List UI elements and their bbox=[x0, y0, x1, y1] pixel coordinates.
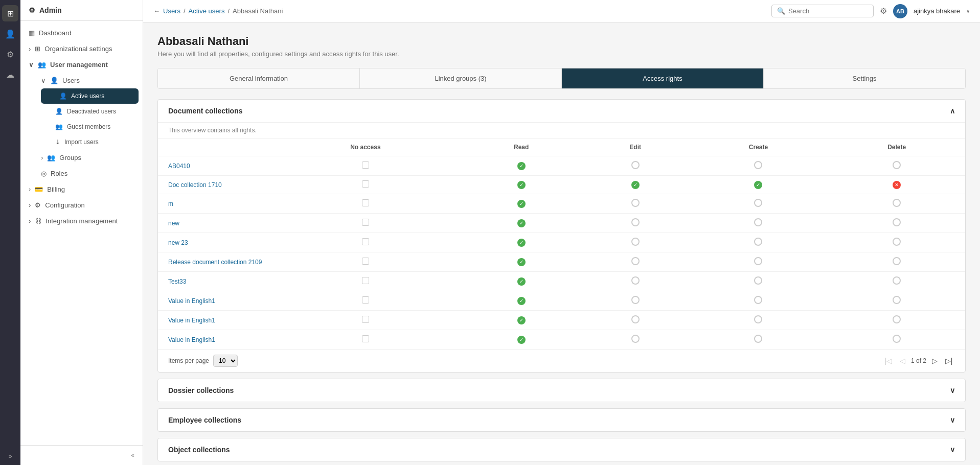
no-access-checkbox[interactable] bbox=[362, 238, 369, 245]
sidebar-item-dashboard[interactable]: ▦ Dashboard bbox=[20, 25, 143, 41]
delete-cell[interactable] bbox=[828, 233, 965, 252]
edit-unchecked-icon[interactable] bbox=[631, 315, 640, 323]
create-cell[interactable] bbox=[689, 311, 829, 330]
delete-unchecked-icon[interactable] bbox=[893, 296, 901, 304]
cloud-icon-btn[interactable]: ☁ bbox=[2, 66, 18, 83]
row-name[interactable]: new bbox=[158, 214, 270, 233]
sidebar-item-roles[interactable]: ◎ Roles bbox=[29, 166, 143, 181]
sidebar-item-groups[interactable]: › 👥 Groups bbox=[29, 150, 143, 166]
edit-cell[interactable] bbox=[582, 156, 689, 176]
no-access-cell[interactable] bbox=[270, 156, 461, 176]
object-collections-header[interactable]: Object collections ∨ bbox=[158, 438, 965, 461]
row-name[interactable]: Test33 bbox=[158, 272, 270, 291]
delete-unchecked-icon[interactable] bbox=[893, 257, 901, 265]
user-icon-btn[interactable]: 👤 bbox=[2, 26, 18, 42]
expand-sidebar-btn[interactable]: » bbox=[9, 453, 12, 460]
sidebar-item-org-settings[interactable]: › ⊞ Organizational settings bbox=[20, 41, 143, 57]
no-access-checkbox[interactable] bbox=[362, 296, 369, 304]
edit-cell[interactable] bbox=[582, 233, 689, 252]
no-access-checkbox[interactable] bbox=[362, 219, 369, 226]
create-cell[interactable] bbox=[689, 272, 829, 291]
create-cell[interactable] bbox=[689, 214, 829, 233]
read-checked-icon[interactable]: ✓ bbox=[517, 219, 526, 227]
delete-unchecked-icon[interactable] bbox=[893, 161, 901, 169]
edit-unchecked-icon[interactable] bbox=[631, 238, 640, 246]
read-checked-icon[interactable]: ✓ bbox=[517, 162, 526, 170]
delete-cell[interactable] bbox=[828, 291, 965, 311]
sidebar-item-import-users[interactable]: ⤓ Import users bbox=[37, 134, 143, 150]
edit-unchecked-icon[interactable] bbox=[631, 276, 640, 285]
read-checked-icon[interactable]: ✓ bbox=[517, 297, 526, 305]
read-cell[interactable]: ✓ bbox=[461, 194, 582, 214]
delete-cell[interactable] bbox=[828, 311, 965, 330]
items-per-page-select[interactable]: 10 25 50 bbox=[213, 355, 238, 367]
row-name[interactable]: Value in English1 bbox=[158, 311, 270, 330]
create-unchecked-icon[interactable] bbox=[754, 218, 762, 226]
topbar-settings-icon[interactable]: ⚙ bbox=[880, 6, 887, 16]
sidebar-item-deactivated-users[interactable]: 👤 Deactivated users bbox=[37, 104, 143, 119]
edit-cell[interactable] bbox=[582, 272, 689, 291]
delete-denied-icon[interactable]: ✕ bbox=[893, 181, 901, 189]
delete-cell[interactable] bbox=[828, 330, 965, 350]
create-cell[interactable] bbox=[689, 252, 829, 272]
edit-cell[interactable] bbox=[582, 214, 689, 233]
no-access-checkbox[interactable] bbox=[362, 258, 369, 265]
read-checked-icon[interactable]: ✓ bbox=[517, 316, 526, 324]
edit-unchecked-icon[interactable] bbox=[631, 335, 640, 343]
breadcrumb-active-users[interactable]: Active users bbox=[189, 7, 225, 15]
sidebar-item-user-mgmt[interactable]: ∨ 👥 User management bbox=[20, 57, 143, 73]
edit-unchecked-icon[interactable] bbox=[631, 199, 640, 207]
edit-unchecked-icon[interactable] bbox=[631, 218, 640, 226]
read-cell[interactable]: ✓ bbox=[461, 233, 582, 252]
back-icon[interactable]: ← bbox=[153, 7, 160, 15]
employee-collections-header[interactable]: Employee collections ∨ bbox=[158, 409, 965, 431]
no-access-cell[interactable] bbox=[270, 252, 461, 272]
dossier-collections-header[interactable]: Dossier collections ∨ bbox=[158, 379, 965, 402]
last-page-btn[interactable]: ▷| bbox=[943, 355, 955, 367]
next-page-btn[interactable]: ▷ bbox=[928, 355, 941, 367]
read-checked-icon[interactable]: ✓ bbox=[517, 200, 526, 208]
edit-cell[interactable]: ✓ bbox=[582, 176, 689, 194]
create-unchecked-icon[interactable] bbox=[754, 335, 762, 343]
delete-cell[interactable] bbox=[828, 156, 965, 176]
read-cell[interactable]: ✓ bbox=[461, 291, 582, 311]
sidebar-item-integration[interactable]: › ⛓ Integration management bbox=[20, 213, 143, 229]
edit-unchecked-icon[interactable] bbox=[631, 161, 640, 169]
create-cell[interactable] bbox=[689, 194, 829, 214]
search-input[interactable] bbox=[788, 7, 868, 15]
create-cell[interactable] bbox=[689, 156, 829, 176]
delete-cell[interactable] bbox=[828, 272, 965, 291]
delete-cell[interactable] bbox=[828, 214, 965, 233]
settings-icon-btn[interactable]: ⚙ bbox=[2, 46, 18, 62]
delete-cell[interactable] bbox=[828, 194, 965, 214]
edit-unchecked-icon[interactable] bbox=[631, 257, 640, 265]
sidebar-item-active-users[interactable]: 👤 Active users bbox=[41, 88, 139, 104]
breadcrumb-users[interactable]: Users bbox=[163, 7, 180, 15]
tab-access-rights[interactable]: Access rights bbox=[562, 68, 764, 88]
delete-unchecked-icon[interactable] bbox=[893, 199, 901, 207]
no-access-cell[interactable] bbox=[270, 291, 461, 311]
tab-linked-groups[interactable]: Linked groups (3) bbox=[360, 68, 562, 88]
create-unchecked-icon[interactable] bbox=[754, 199, 762, 207]
no-access-checkbox[interactable] bbox=[362, 180, 369, 188]
edit-cell[interactable] bbox=[582, 311, 689, 330]
create-cell[interactable] bbox=[689, 330, 829, 350]
read-cell[interactable]: ✓ bbox=[461, 214, 582, 233]
document-collections-header[interactable]: Document collections ∧ bbox=[158, 100, 965, 123]
read-cell[interactable]: ✓ bbox=[461, 156, 582, 176]
no-access-checkbox[interactable] bbox=[362, 316, 369, 323]
row-name[interactable]: Value in English1 bbox=[158, 330, 270, 350]
read-cell[interactable]: ✓ bbox=[461, 311, 582, 330]
edit-cell[interactable] bbox=[582, 194, 689, 214]
read-checked-icon[interactable]: ✓ bbox=[517, 181, 526, 189]
no-access-checkbox[interactable] bbox=[362, 161, 369, 169]
delete-cell[interactable] bbox=[828, 252, 965, 272]
no-access-cell[interactable] bbox=[270, 214, 461, 233]
collapse-sidebar-btn[interactable]: « bbox=[20, 445, 143, 465]
delete-unchecked-icon[interactable] bbox=[893, 218, 901, 226]
no-access-checkbox[interactable] bbox=[362, 199, 369, 206]
edit-checked-icon[interactable]: ✓ bbox=[631, 181, 640, 189]
create-cell[interactable] bbox=[689, 233, 829, 252]
no-access-cell[interactable] bbox=[270, 194, 461, 214]
delete-cell[interactable]: ✕ bbox=[828, 176, 965, 194]
